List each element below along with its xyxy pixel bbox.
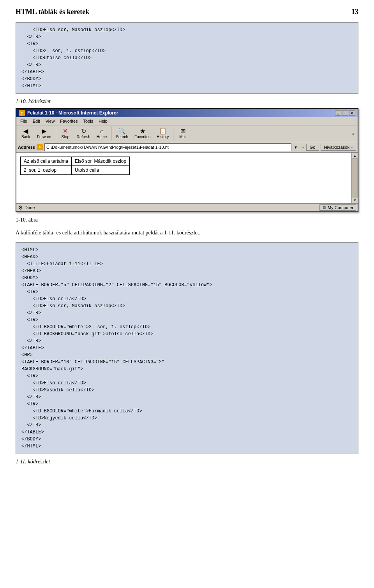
ie-search-button[interactable]: 🔍 Search [113,127,131,140]
address-value: C:\Dokumentumok\TANANYAG\IntProg\Fejezet… [46,145,169,150]
home-label: Home [97,135,107,139]
page-header: HTML táblák és keretek 13 [16,8,358,16]
ie-window-title: Feladat 1-10 - Microsoft Internet Explor… [27,110,118,116]
ie-refresh-button[interactable]: ↻ Refresh [74,127,93,140]
ie-mail-button[interactable]: ✉ Mail [175,127,191,140]
ie-home-button[interactable]: ⌂ Home [94,127,110,140]
status-right-text: My Computer [328,205,353,210]
caption-2: 1-11. kódrészlet [16,459,358,465]
home-icon: ⌂ [100,128,104,134]
back-label: Back [21,135,30,139]
toolbar-separator-1 [56,127,56,141]
status-icon: ⚙ [18,204,23,211]
stop-label: Stop [61,135,69,139]
refresh-label: Refresh [77,135,90,139]
ie-scrollbar[interactable]: ▲ ▼ [351,153,358,203]
toolbar-separator-3 [173,127,173,141]
status-text: Done [25,205,35,210]
refresh-icon: ↻ [81,128,86,134]
table-cell-2-1: 2. sor, 1. oszlop [21,166,72,175]
ie-menu-edit[interactable]: Edit [30,118,42,124]
code-block-1: <TD>Első sor, Második oszlop</TD> </TR> … [16,22,358,94]
ie-titlebar-controls: _ □ × [335,110,355,116]
address-label: Address [18,145,35,150]
ie-menu-favorites[interactable]: Favorites [58,118,80,124]
ie-forward-button[interactable]: ▶ Forward [34,127,54,140]
toolbar-more[interactable]: » [351,131,356,137]
mail-label: Mail [179,135,186,139]
code-block-2: <HTML> <HEAD> <TITLE>Feladat 1-11</TITLE… [16,242,358,454]
address-dropdown-arrow[interactable]: ▼ [293,145,298,150]
ie-close-btn[interactable]: × [349,110,355,116]
page-number: 13 [351,8,358,16]
status-right: 🖥 My Computer [319,204,356,211]
forward-icon: ▶ [42,128,46,134]
links-button[interactable]: Hivatkozások » [321,144,356,151]
history-label: History [157,135,169,139]
ie-content: Az első cella tartalma Első sor, Második… [16,153,358,203]
paragraph-text: A különféle tábla- és cella attribútumok… [16,229,358,237]
preview-table: Az első cella tartalma Első sor, Második… [20,157,130,175]
scrollbar-down[interactable]: ▼ [352,197,358,203]
ie-history-button[interactable]: 📋 History [154,127,171,140]
toolbar-separator-2 [111,127,111,141]
table-cell-1-2: Első sor, Második oszlop [72,157,130,166]
ie-statusbar: ⚙ Done 🖥 My Computer [16,203,358,211]
mail-icon: ✉ [180,128,185,134]
scrollbar-track[interactable] [352,159,358,197]
address-input[interactable]: C:\Dokumentumok\TANANYAG\IntProg\Fejezet… [44,143,291,151]
ie-titlebar-left: e Feladat 1-10 - Microsoft Internet Expl… [19,110,118,116]
favorites-label: Favorites [134,135,150,139]
ie-menu-view[interactable]: View [43,118,57,124]
ie-menu-help[interactable]: Help [96,118,110,124]
ie-content-inner: Az első cella tartalma Első sor, Második… [20,157,354,175]
ie-toolbar: ◀ Back ▶ Forward ✕ Stop ↻ Refresh ⌂ Home… [16,125,358,142]
search-label: Search [116,135,128,139]
figure-caption: 1-10. ábra [16,217,358,223]
ie-titlebar: e Feladat 1-10 - Microsoft Internet Expl… [16,109,358,117]
status-left: ⚙ Done [18,204,35,211]
ie-addressbar: Address e C:\Dokumentumok\TANANYAG\IntPr… [16,142,358,153]
ie-menubar: File Edit View Favorites Tools Help [16,117,358,125]
go-button[interactable]: Go [306,144,319,151]
favorites-icon: ★ [140,128,145,134]
forward-label: Forward [37,135,51,139]
ie-favorites-button[interactable]: ★ Favorites [132,127,153,140]
history-icon: 📋 [159,128,167,134]
back-icon: ◀ [23,128,28,134]
ie-window: e Feladat 1-10 - Microsoft Internet Expl… [16,108,358,212]
ie-stop-button[interactable]: ✕ Stop [58,127,73,140]
address-page-icon: e [37,144,43,150]
caption-1: 1-10. kódrészlet [16,99,358,105]
links-label: Hivatkozások [324,145,349,150]
table-row: 2. sor, 1. oszlop Utolsó cella [21,166,130,175]
table-cell-2-2: Utolsó cella [72,166,130,175]
search-icon: 🔍 [118,128,126,134]
scrollbar-up[interactable]: ▲ [352,153,358,159]
computer-icon: 🖥 [322,206,326,210]
ie-app-icon: e [19,110,25,116]
ie-minimize-btn[interactable]: _ [335,110,341,116]
ie-menu-file[interactable]: File [18,118,30,124]
table-cell-1-1: Az első cella tartalma [21,157,72,166]
address-go-icon[interactable]: → [301,145,305,150]
table-row: Az első cella tartalma Első sor, Második… [21,157,130,166]
ie-back-button[interactable]: ◀ Back [18,127,34,140]
stop-icon: ✕ [63,128,68,134]
ie-menu-tools[interactable]: Tools [81,118,96,124]
links-arrow: » [351,146,353,150]
ie-maximize-btn[interactable]: □ [342,110,348,116]
page-title: HTML táblák és keretek [16,8,89,16]
